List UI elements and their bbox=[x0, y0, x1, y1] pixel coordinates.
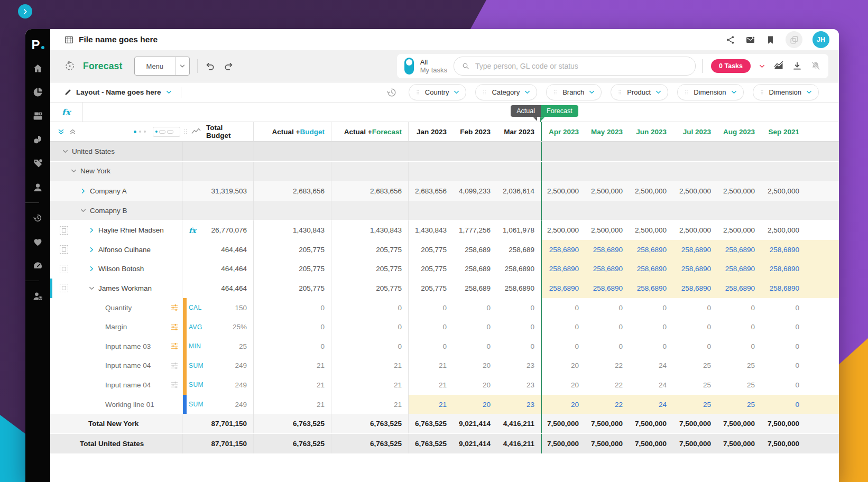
cell-mar_2023[interactable] bbox=[497, 142, 541, 161]
grid-row-4[interactable]: Haylie Rhiel Madsenfx26,770,0761,430,843… bbox=[50, 220, 839, 240]
pill-drag-dots-icon[interactable] bbox=[617, 89, 623, 95]
cell-jun_2023[interactable]: 0 bbox=[629, 298, 673, 318]
pill-drag-dots-icon[interactable] bbox=[684, 89, 689, 95]
cell-sep_2021[interactable] bbox=[761, 201, 806, 220]
display-options-control[interactable] bbox=[153, 127, 180, 137]
pill-drag-dots-icon[interactable] bbox=[759, 89, 765, 95]
cell-sep_2021[interactable]: 0 bbox=[761, 317, 806, 337]
cell-actual_forecast[interactable] bbox=[331, 142, 409, 161]
filter-pill-branch-2[interactable]: Branch bbox=[546, 84, 602, 100]
cell-jul_2023[interactable]: 25 bbox=[673, 395, 717, 414]
column-header-total_budget[interactable]: Total Budget bbox=[206, 122, 254, 141]
column-header-mar_2023[interactable]: Mar 2023 bbox=[497, 122, 541, 141]
cell-jun_2023[interactable]: 7,500,000 bbox=[629, 414, 673, 433]
cell-actual_forecast[interactable]: 21 bbox=[331, 375, 409, 395]
grid-row-11[interactable]: Input name 04SUM249212121202320222425250 bbox=[50, 356, 839, 376]
collapse-chevron-down-icon[interactable] bbox=[62, 148, 69, 155]
cell-jul_2023[interactable]: 258,6890 bbox=[673, 240, 717, 259]
cell-apr_2023[interactable]: 0 bbox=[541, 337, 585, 356]
cell-feb_2023[interactable] bbox=[453, 142, 497, 161]
cell-aug_2023[interactable]: 258,6890 bbox=[717, 259, 761, 279]
tasks-filter-toggle[interactable] bbox=[404, 58, 414, 75]
cell-total_budget[interactable]: 31,319,503 bbox=[206, 181, 254, 201]
cell-jan_2023[interactable]: 21 bbox=[409, 375, 453, 395]
cell-jul_2023[interactable]: 0 bbox=[673, 317, 717, 337]
pill-drag-dots-icon[interactable] bbox=[482, 89, 487, 95]
cell-jan_2023[interactable] bbox=[409, 201, 453, 220]
cell-total_budget[interactable] bbox=[206, 142, 254, 161]
grid-row-14[interactable]: Total New York87,701,1506,763,5256,763,5… bbox=[50, 414, 839, 434]
cell-aug_2023[interactable]: 0 bbox=[717, 317, 761, 337]
cell-apr_2023[interactable]: 7,500,000 bbox=[541, 414, 585, 433]
cell-mar_2023[interactable]: 258,6890 bbox=[497, 259, 541, 279]
row-name-cell[interactable]: Working line 01 bbox=[50, 395, 182, 414]
cell-sep_2021[interactable]: 258,6890 bbox=[761, 259, 806, 279]
cell-mar_2023[interactable]: 0 bbox=[497, 317, 541, 337]
expand-chevron-right-icon[interactable] bbox=[88, 227, 95, 234]
expand-all-icon[interactable] bbox=[69, 128, 77, 136]
cell-apr_2023[interactable]: 0 bbox=[541, 317, 585, 337]
cell-jun_2023[interactable]: 258,6890 bbox=[629, 240, 673, 259]
cell-jul_2023[interactable]: 7,500,000 bbox=[673, 414, 717, 433]
cell-jan_2023[interactable]: 205,775 bbox=[409, 279, 453, 298]
edit-layout-icon[interactable] bbox=[64, 88, 72, 96]
line-settings-sliders-icon[interactable] bbox=[170, 361, 179, 370]
cell-actual_budget[interactable]: 21 bbox=[254, 356, 331, 376]
cell-total_budget[interactable]: 249 bbox=[206, 356, 254, 376]
sidebar-item-user-settings-icon[interactable] bbox=[25, 284, 50, 308]
search-box[interactable] bbox=[454, 57, 696, 76]
cell-mar_2023[interactable]: 0 bbox=[497, 337, 541, 356]
notifications-off-icon[interactable] bbox=[810, 61, 821, 71]
collapse-all-icon[interactable] bbox=[57, 128, 65, 136]
chevron-down-icon[interactable] bbox=[655, 89, 662, 96]
cell-aug_2023[interactable]: 0 bbox=[717, 337, 761, 356]
sidebar-item-history-icon[interactable] bbox=[25, 206, 50, 230]
cell-aug_2023[interactable] bbox=[717, 142, 761, 161]
row-name-cell[interactable]: Total United States bbox=[50, 434, 182, 453]
cell-feb_2023[interactable]: 1,777,256 bbox=[453, 220, 497, 240]
menu-button-label[interactable]: Menu bbox=[135, 57, 176, 75]
cell-jun_2023[interactable] bbox=[629, 201, 673, 220]
grid-row-15[interactable]: Total United States87,701,1506,763,5256,… bbox=[50, 434, 839, 453]
cell-aug_2023[interactable]: 2,500,000 bbox=[717, 181, 761, 201]
cell-jun_2023[interactable]: 24 bbox=[629, 375, 673, 395]
fx-cell[interactable]: fx bbox=[50, 103, 82, 122]
cell-feb_2023[interactable]: 0 bbox=[453, 317, 497, 337]
cell-total_budget[interactable]: 25 bbox=[206, 337, 254, 356]
chevron-down-icon[interactable] bbox=[588, 89, 595, 96]
grid-row-0[interactable]: United States bbox=[50, 142, 839, 162]
row-drag-handle[interactable] bbox=[60, 226, 68, 235]
cell-jun_2023[interactable]: 2,500,000 bbox=[629, 181, 673, 201]
grid-row-5[interactable]: Alfonso Culhane464,464205,775205,775205,… bbox=[50, 240, 839, 259]
cell-aug_2023[interactable]: 25 bbox=[717, 395, 761, 414]
cell-jul_2023[interactable]: 25 bbox=[673, 375, 717, 395]
cell-may_2023[interactable]: 0 bbox=[585, 317, 629, 337]
row-formula-fx-icon[interactable]: fx bbox=[189, 226, 196, 235]
cell-actual_budget[interactable] bbox=[254, 142, 331, 161]
cell-feb_2023[interactable]: 20 bbox=[453, 356, 497, 376]
cell-jun_2023[interactable]: 0 bbox=[629, 317, 673, 337]
cell-actual_forecast[interactable]: 6,763,525 bbox=[331, 434, 409, 453]
cell-total_budget[interactable] bbox=[206, 162, 254, 181]
cell-actual_budget[interactable]: 205,775 bbox=[254, 279, 331, 298]
menu-dropdown-arrow[interactable] bbox=[175, 57, 189, 75]
cell-feb_2023[interactable] bbox=[453, 201, 497, 220]
cell-feb_2023[interactable]: 0 bbox=[453, 298, 497, 318]
cell-total_budget[interactable]: 249 bbox=[206, 395, 254, 414]
cell-aug_2023[interactable]: 25 bbox=[717, 375, 761, 395]
cell-sep_2021[interactable]: 0 bbox=[761, 356, 806, 376]
cell-jan_2023[interactable]: 6,763,525 bbox=[409, 414, 453, 433]
cell-actual_forecast[interactable]: 205,775 bbox=[331, 259, 409, 279]
undo-button[interactable] bbox=[205, 61, 216, 71]
sidebar-item-integrations-icon[interactable] bbox=[25, 128, 50, 152]
cell-sep_2021[interactable] bbox=[761, 162, 806, 181]
cell-jul_2023[interactable] bbox=[673, 162, 717, 181]
cell-actual_forecast[interactable]: 0 bbox=[331, 298, 409, 318]
cell-jan_2023[interactable]: 21 bbox=[409, 356, 453, 376]
layout-chevron-down-icon[interactable] bbox=[165, 89, 172, 96]
formula-input[interactable] bbox=[82, 103, 839, 122]
cell-total_budget[interactable]: 87,701,150 bbox=[206, 414, 254, 433]
cell-actual_budget[interactable] bbox=[254, 162, 331, 181]
cell-jun_2023[interactable] bbox=[629, 142, 673, 161]
cell-mar_2023[interactable]: 258,689 bbox=[497, 240, 541, 259]
